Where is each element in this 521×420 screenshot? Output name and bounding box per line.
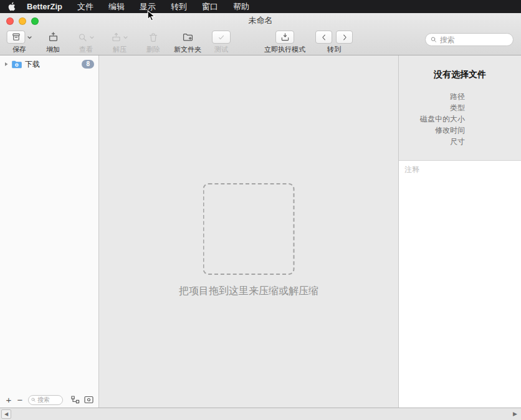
inspector-info-section: 没有选择文件 路径 类型 磁盘中的大小 修改时间 尺寸 [399,55,521,160]
toolbar-add[interactable]: 增加 [46,30,60,54]
archive-box-icon [11,32,21,42]
chevron-down-icon [123,35,128,40]
comments-placeholder: 注释 [404,165,419,174]
menu-bar: BetterZip 文件 编辑 显示 转到 窗口 帮助 [0,0,521,13]
save-button[interactable] [7,31,26,44]
extract-label: 解压 [113,45,127,54]
chevron-left-icon [320,33,328,42]
toolbar-save[interactable]: 保存 [7,30,32,54]
window-title: 未命名 [249,15,273,26]
new-folder-icon [183,32,193,42]
search-icon [31,397,36,403]
sidebar-item-downloads[interactable]: 下载 8 [0,57,98,71]
toolbar-immediate-mode[interactable]: 立即执行模式 [264,30,305,54]
view-label: 查看 [79,45,93,54]
remove-source-button[interactable]: − [14,394,26,406]
test-button [212,31,231,44]
field-label-path: 路径 [399,91,465,102]
menu-item-view[interactable]: 显示 [140,1,156,12]
menu-item-help[interactable]: 帮助 [233,1,249,12]
add-label: 增加 [46,45,60,54]
extract-box-icon [112,32,122,42]
scroll-left-button[interactable]: ◀ [1,409,11,419]
disclosure-triangle-icon[interactable] [4,62,9,67]
drop-into-tray-icon [280,32,290,42]
toolbar-view[interactable]: 查看 [78,30,95,54]
minimize-window-button[interactable] [19,17,26,25]
field-label-size-on-disk: 磁盘中的大小 [399,113,465,125]
add-box-icon [48,32,59,42]
inspector-empty-title: 没有选择文件 [399,69,521,80]
inspector-fields: 路径 类型 磁盘中的大小 修改时间 尺寸 [399,91,465,147]
toolbar-test[interactable]: 测试 [212,30,231,54]
drop-zone-hint: 把项目拖到这里来压缩或解压缩 [99,285,398,298]
sidebar: 下载 8 + − [0,55,99,408]
save-label: 保存 [12,45,26,54]
search-icon [431,36,437,43]
preview-eye-toggle-icon[interactable] [84,396,93,404]
forward-button[interactable] [336,31,353,44]
immediate-mode-label: 立即执行模式 [264,45,305,54]
magnifier-icon [78,32,88,42]
sidebar-footer: + − [0,392,98,408]
sidebar-item-label: 下载 [25,59,40,70]
downloads-folder-icon [12,60,22,69]
delete-label: 删除 [146,45,160,54]
toolbar-goto: 转到 [315,30,353,54]
menu-item-go[interactable]: 转到 [171,1,187,12]
zoom-window-button[interactable] [31,17,39,25]
archive-content-area: 把项目拖到这里来压缩或解压缩 [99,55,398,408]
field-label-modified: 修改时间 [399,125,465,136]
menu-app-name[interactable]: BetterZip [27,2,62,11]
toolbar-new-folder[interactable]: 新文件夹 [174,30,201,54]
toolbar-search-field[interactable] [425,33,514,46]
window-chrome: 未命名 保存 [0,13,521,55]
checkmark-icon [217,33,226,42]
apple-menu-icon[interactable] [7,2,16,11]
field-label-dimensions: 尺寸 [399,136,465,147]
add-source-button[interactable]: + [3,394,14,406]
sidebar-search-field[interactable] [28,395,63,405]
test-label: 测试 [214,45,228,54]
content-area: 下载 8 + − [0,55,521,408]
scroll-right-button[interactable]: ▶ [513,411,517,417]
screen: BetterZip 文件 编辑 显示 转到 窗口 帮助 未命名 [0,0,521,420]
tree-view-toggle-icon[interactable] [71,396,80,404]
item-count-badge: 8 [82,60,94,69]
window-titlebar[interactable]: 未命名 [0,13,521,28]
new-folder-label: 新文件夹 [174,45,201,54]
chevron-down-icon[interactable] [27,35,32,40]
menu-item-edit[interactable]: 编辑 [108,1,125,12]
back-button[interactable] [315,31,332,44]
trash-icon [148,32,158,42]
comments-area[interactable]: 注释 [399,160,521,408]
toolbar: 保存 增加 查看 [0,28,521,55]
bottom-scrollbar[interactable]: ◀ ▶ [0,408,521,420]
toolbar-delete[interactable]: 删除 [146,30,160,54]
drop-zone[interactable] [203,183,295,275]
inspector-panel: 没有选择文件 路径 类型 磁盘中的大小 修改时间 尺寸 注释 [398,55,521,408]
goto-label: 转到 [327,45,341,54]
chevron-right-icon [340,33,349,42]
immediate-mode-button[interactable] [275,31,294,44]
chevron-down-icon [90,35,95,40]
search-input[interactable] [440,36,508,44]
traffic-lights [6,17,39,25]
toolbar-extract[interactable]: 解压 [112,30,128,54]
field-label-type: 类型 [399,102,465,113]
apple-logo-icon [7,2,16,11]
sidebar-search-input[interactable] [37,396,60,403]
menu-item-window[interactable]: 窗口 [202,1,218,12]
close-window-button[interactable] [6,17,14,25]
menu-item-file[interactable]: 文件 [77,1,93,12]
